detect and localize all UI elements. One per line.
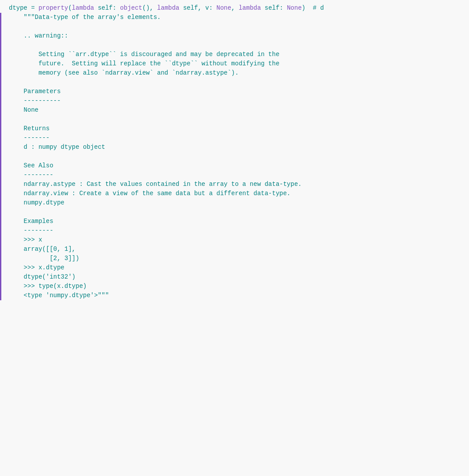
code-line-7: future. Setting will replace the ``dtype… (0, 59, 469, 68)
line-content-1: dtype = property(lambda self: object(), … (9, 4, 324, 13)
code-line-25: -------- (0, 226, 469, 235)
left-border-indicator (0, 245, 1, 254)
code-line-13 (0, 115, 469, 124)
code-line-12: None (0, 106, 469, 115)
line-content-12: None (9, 106, 38, 115)
left-border-indicator (0, 254, 1, 263)
code-line-29: >>> x.dtype (0, 263, 469, 272)
left-border-indicator (0, 68, 1, 78)
code-line-21: ndarray.view : Create a view of the same… (0, 189, 469, 198)
line-content-28: [2, 3]]) (9, 254, 79, 263)
code-line-24: Examples (0, 217, 469, 226)
line-content-14: Returns (9, 124, 49, 133)
line-content-4: .. warning:: (9, 31, 68, 41)
code-line-1: dtype = property(lambda self: object(), … (0, 4, 469, 13)
line-content-15: ------- (9, 133, 49, 143)
line-content-9 (9, 78, 12, 87)
left-border-indicator (0, 282, 1, 291)
code-line-14: Returns (0, 124, 469, 133)
left-border-indicator (0, 272, 1, 282)
left-border-indicator (0, 143, 1, 152)
left-border-indicator (0, 106, 1, 115)
code-line-20: ndarray.astype : Cast the values contain… (0, 180, 469, 189)
line-content-16: d : numpy dtype object (9, 143, 105, 152)
line-content-24: Examples (9, 217, 53, 226)
line-content-30: dtype('int32') (9, 272, 75, 282)
line-content-3 (9, 22, 12, 31)
code-line-27: array([[0, 1], (0, 245, 469, 254)
left-border-indicator (0, 96, 1, 106)
left-border-indicator (0, 189, 1, 198)
line-content-21: ndarray.view : Create a view of the same… (9, 189, 291, 198)
code-line-23 (0, 208, 469, 217)
left-border-indicator (0, 78, 1, 87)
line-content-2: """Data-type of the array's elements. (9, 13, 161, 22)
line-content-22: numpy.dtype (9, 198, 64, 208)
line-content-10: Parameters (9, 87, 61, 96)
code-line-16: d : numpy dtype object (0, 143, 469, 152)
code-line-10: Parameters (0, 87, 469, 96)
line-content-6: Setting ``arr.dtype`` is discouraged and… (9, 50, 279, 59)
left-border-indicator (0, 170, 1, 180)
line-content-32: <type 'numpy.dtype'>""" (9, 291, 109, 300)
left-border-indicator (0, 226, 1, 235)
left-border-indicator (0, 217, 1, 226)
code-line-11: ---------- (0, 96, 469, 106)
code-line-26: >>> x (0, 235, 469, 245)
code-line-15: ------- (0, 133, 469, 143)
code-line-22: numpy.dtype (0, 198, 469, 208)
left-border-indicator (0, 124, 1, 133)
code-line-30: dtype('int32') (0, 272, 469, 282)
left-border-indicator (0, 291, 1, 300)
left-border-indicator (0, 22, 1, 31)
code-editor: dtype = property(lambda self: object(), … (0, 0, 469, 476)
line-content-31: >>> type(x.dtype) (9, 282, 86, 291)
code-line-19: -------- (0, 170, 469, 180)
line-content-8: memory (see also `ndarray.view` and `nda… (9, 68, 239, 78)
left-border-indicator (0, 180, 1, 189)
left-border-indicator (0, 13, 1, 22)
line-content-17 (9, 152, 12, 161)
line-content-19: -------- (9, 170, 53, 180)
line-content-18: See Also (9, 161, 53, 170)
line-content-25: -------- (9, 226, 53, 235)
left-border-indicator (0, 152, 1, 161)
line-content-7: future. Setting will replace the ``dtype… (9, 59, 279, 68)
left-border-indicator (0, 31, 1, 41)
line-content-11: ---------- (9, 96, 61, 106)
code-line-28: [2, 3]]) (0, 254, 469, 263)
line-content-5 (9, 41, 12, 50)
left-border-indicator (0, 41, 1, 50)
left-border-indicator (0, 87, 1, 96)
left-border-indicator (0, 59, 1, 68)
line-content-27: array([[0, 1], (9, 245, 75, 254)
left-border-indicator (0, 208, 1, 217)
left-border-indicator (0, 50, 1, 59)
line-content-23 (9, 208, 12, 217)
code-line-4: .. warning:: (0, 31, 469, 41)
line-content-29: >>> x.dtype (9, 263, 64, 272)
code-line-2: """Data-type of the array's elements. (0, 13, 469, 22)
code-line-5 (0, 41, 469, 50)
code-line-17 (0, 152, 469, 161)
code-line-8: memory (see also `ndarray.view` and `nda… (0, 68, 469, 78)
left-border-indicator (0, 133, 1, 143)
line-content-13 (9, 115, 12, 124)
line-content-20: ndarray.astype : Cast the values contain… (9, 180, 302, 189)
code-line-6: Setting ``arr.dtype`` is discouraged and… (0, 50, 469, 59)
left-border-indicator (0, 263, 1, 272)
left-border-indicator (0, 235, 1, 245)
left-border-indicator (0, 198, 1, 208)
code-line-9 (0, 78, 469, 87)
code-line-18: See Also (0, 161, 469, 170)
line-content-26: >>> x (9, 235, 42, 245)
left-border-indicator (0, 161, 1, 170)
code-line-31: >>> type(x.dtype) (0, 282, 469, 291)
code-line-3 (0, 22, 469, 31)
code-line-32: <type 'numpy.dtype'>""" (0, 291, 469, 300)
left-border-indicator (0, 115, 1, 124)
